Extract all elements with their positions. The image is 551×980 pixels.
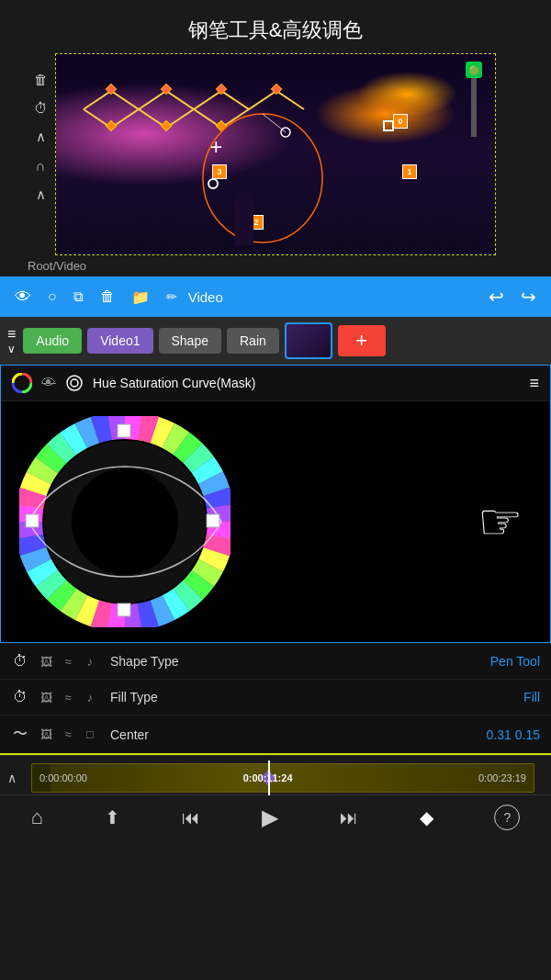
tab-audio[interactable]: Audio [23,328,82,354]
path-node-top [383,120,394,131]
prop-image-icon-2: 🖼 [37,691,55,704]
prop-row-fill-type: ⏱ 🖼 ≈ ♪ Fill Type Fill [0,679,551,715]
help-icon[interactable]: ? [494,805,520,830]
prop-image-icon-3: 🖼 [37,727,55,741]
prop-row-shape-type: ⏱ 🖼 ≈ ♪ Shape Type Pen Tool [0,643,551,679]
fill-type-value[interactable]: Fill [523,690,540,704]
center-label: Center [107,727,479,742]
wheel-ctrl-bottom[interactable] [118,603,130,616]
prop-square-icon-3: □ [81,727,99,741]
prop-row-center: 〜 🖼 ≈ □ Center 0.31 0.15 [0,715,551,755]
prop-wave-icon-3: 〜 [11,725,29,744]
mask-eye-icon[interactable]: 👁 [41,375,56,391]
timeline-track[interactable]: 0:00:00:00 0:00:11:24 0:00:23:19 [31,763,534,793]
timeline-start: 0:00:00:00 [39,772,87,783]
tab-chevron-icon[interactable]: ∨ [7,343,16,355]
hue-wheel[interactable] [19,416,231,627]
person-icon[interactable]: ∧ [36,186,46,203]
person-silhouette [235,190,253,245]
properties-section: ⏱ 🖼 ≈ ♪ Shape Type Pen Tool ⏱ 🖼 ≈ ♪ Fill… [0,643,551,755]
prop-timer-icon-2: ⏱ [11,689,29,705]
share-icon[interactable]: ⬆ [105,806,120,828]
preview-sidebar: 🗑 ⏱ ∧ ∩ ∧ [28,72,53,203]
fill-type-label: Fill Type [107,690,516,704]
timeline-collapse-icon[interactable]: ∧ [7,771,17,785]
hue-wheel-section: ☞ [1,401,550,642]
delete-icon[interactable]: 🗑 [34,72,48,87]
tab-video-active[interactable] [285,322,332,359]
page-title: 钢笔工具&高级调色 [0,0,551,53]
svg-point-11 [67,376,82,390]
svg-point-12 [71,379,78,387]
wheel-ctrl-top[interactable] [118,424,130,437]
panel-title: Hue Saturation Curve(Mask) [93,376,520,390]
prop-wave-icon-3b: ≈ [59,727,77,741]
prop-image-icon-1: 🖼 [37,655,55,669]
tab-add-button[interactable]: + [338,325,386,356]
panel-menu-icon[interactable]: ≡ [529,374,539,393]
breadcrumb: Root/Video [0,255,551,276]
play-icon[interactable]: ▶ [262,805,278,830]
ctrl-point-1[interactable]: 1 [402,164,417,179]
svg-rect-5 [161,120,171,130]
pencil-icon[interactable]: ✏ [161,286,183,308]
tab-rain[interactable]: Rain [227,328,279,354]
arch-icon[interactable]: ∩ [36,158,46,174]
tab-menu-icon[interactable]: ≡ [7,326,16,343]
prev-frame-icon[interactable]: ⏮ [182,807,200,828]
prop-wave-icon-1: ≈ [59,655,77,669]
wheel-ctrl-right[interactable] [207,514,219,527]
traffic-light: 🟢 [466,62,482,78]
prop-music-icon-1: ♪ [81,655,99,669]
svg-rect-4 [106,120,116,130]
timeline-bar: ∧ 0:00:00:00 0:00:11:24 0:00:23:19 [0,755,551,794]
prop-music-icon-2: ♪ [81,691,99,704]
shape-type-label: Shape Type [107,654,483,669]
next-frame-icon[interactable]: ⏭ [340,807,358,828]
shape-type-value[interactable]: Pen Tool [490,654,540,669]
panel-header: 👁 Hue Saturation Curve(Mask) ≡ [1,366,550,401]
ctrl-point-3[interactable]: 3 [212,164,227,179]
undo-icon[interactable]: ↩ [483,282,510,311]
redo-icon[interactable]: ↪ [515,282,542,311]
track-tabs: ≡ ∨ Audio Video1 Shape Rain + [0,317,551,365]
tab-video1[interactable]: Video1 [87,328,152,354]
video-thumbnail [287,324,331,357]
edit-toolbar: 👁 ○ ⧉ 🗑 📁 ✏ Video ↩ ↪ [0,276,551,317]
video-preview: + 0 1 2 3 🟢 [55,53,496,255]
timeline-end: 0:00:23:19 [478,772,526,783]
wheel-ctrl-left[interactable] [26,514,39,527]
toolbar-title: Video [188,289,223,305]
circle-icon[interactable]: ○ [42,285,62,309]
tab-shape[interactable]: Shape [159,328,221,354]
prop-timer-icon-1: ⏱ [11,653,29,670]
cursor-hand: ☞ [478,492,523,551]
color-panel: 👁 Hue Saturation Curve(Mask) ≡ [0,365,551,643]
timeline-current: 0:00:11:24 [243,772,293,783]
copy-icon[interactable]: ⧉ [68,285,89,309]
bottom-nav: ⌂ ⬆ ⏮ ▶ ⏭ ◆ ? [0,794,551,839]
timer-icon[interactable]: ⏱ [34,100,48,116]
svg-point-27 [72,468,178,575]
eye-icon[interactable]: 👁 [9,284,37,310]
diamond-icon[interactable]: ◆ [420,806,433,828]
up-arrow-icon[interactable]: ∧ [36,129,46,145]
circle-panel-icon[interactable] [65,374,84,392]
ctrl-point-0[interactable]: 0 [393,114,408,129]
center-value[interactable]: 0.31 0.15 [487,727,540,742]
folder-icon[interactable]: 📁 [126,285,155,310]
trash-icon[interactable]: 🗑 [95,285,120,309]
prop-wave-icon-2: ≈ [59,691,77,704]
home-icon[interactable]: ⌂ [30,805,42,829]
path-node-left [208,178,219,189]
color-icon [12,373,32,393]
